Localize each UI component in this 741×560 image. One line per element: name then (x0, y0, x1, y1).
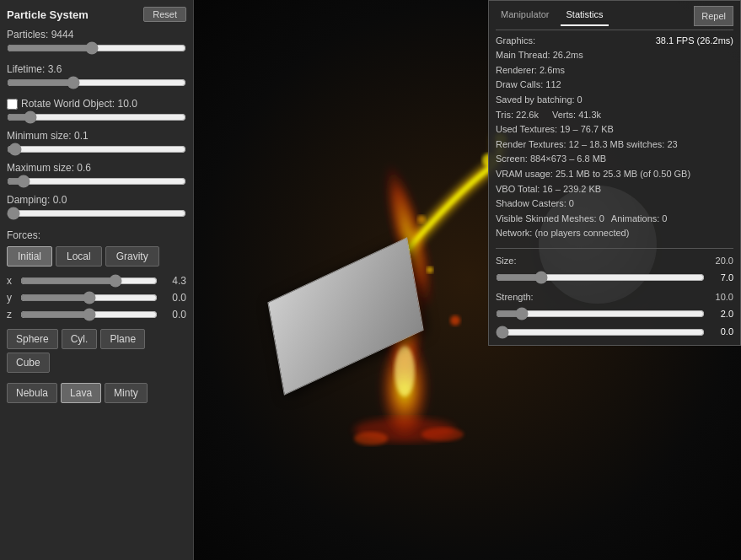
preset-minty-button[interactable]: Minty (105, 383, 148, 403)
stats-panel: Manipulator Statistics Repel Graphics: 3… (488, 0, 741, 346)
min-size-slider[interactable] (7, 143, 186, 155)
repel-button[interactable]: Repel (694, 6, 733, 26)
x-slider[interactable] (20, 275, 158, 287)
panel-header: Particle System Reset (7, 7, 186, 22)
cube-face (267, 237, 423, 396)
stats-tabs: Manipulator Statistics Repel (496, 6, 733, 30)
damping-label: Damping: 0.0 (7, 194, 186, 206)
strength-value: 10.0 (716, 290, 733, 305)
svg-point-6 (427, 267, 433, 273)
animations: Animations: 0 (611, 212, 668, 227)
lifetime-row: Lifetime: 3.6 (7, 63, 186, 91)
y-row: y 0.0 (7, 292, 186, 304)
shape-buttons-group: Sphere Cyl. Plane Cube (7, 329, 186, 373)
svg-point-12 (354, 432, 388, 445)
rotate-world-label: Rotate World Object: 10.0 (21, 98, 137, 110)
shape-sphere-button[interactable]: Sphere (7, 329, 58, 349)
y-label: y (7, 292, 17, 304)
min-size-label: Minimum size: 0.1 (7, 130, 186, 142)
screen: Screen: 884×673 – 6.8 MB (496, 152, 733, 167)
rotate-world-checkbox-row: Rotate World Object: 10.0 (7, 98, 186, 110)
y-value: 0.0 (161, 292, 186, 304)
max-size-slider[interactable] (7, 175, 186, 187)
graphics-label: Graphics: (496, 34, 535, 49)
lifetime-label: Lifetime: 3.6 (7, 63, 186, 75)
svg-point-4 (450, 315, 460, 326)
preset-buttons-group: Nebula Lava Minty (7, 383, 186, 403)
tris: Tris: 22.6k (496, 108, 539, 123)
reset-button[interactable]: Reset (143, 7, 186, 22)
force-initial-button[interactable]: Initial (7, 246, 52, 267)
particles-row: Particles: 9444 (7, 29, 186, 57)
cube-object (260, 252, 431, 381)
rotate-world-slider[interactable] (7, 111, 186, 123)
particles-slider-container (7, 42, 186, 57)
z-right-3: 0.0 (708, 325, 733, 340)
shadow-casters: Shadow Casters: 0 (496, 197, 733, 212)
x-value: 4.3 (161, 275, 186, 287)
left-panel: Particle System Reset Particles: 9444 Li… (0, 0, 194, 560)
max-size-row: Maximum size: 0.6 (7, 162, 186, 187)
z-slider[interactable] (20, 309, 158, 320)
svg-point-3 (395, 346, 415, 396)
main-thread: Main Thread: 26.2ms (496, 48, 733, 63)
z-value: 0.0 (161, 309, 186, 320)
size-label: Size: (496, 254, 516, 269)
force-local-button[interactable]: Local (56, 246, 102, 267)
force-buttons-group: Initial Local Gravity (7, 246, 186, 267)
y-slider[interactable] (20, 292, 158, 304)
shape-plane-button[interactable]: Plane (100, 329, 145, 349)
strength-label: Strength: (496, 290, 534, 305)
z-row: z 0.0 (7, 309, 186, 320)
tab-manipulator[interactable]: Manipulator (496, 6, 554, 26)
particles-label: Particles: 9444 (7, 29, 186, 40)
force-gravity-button[interactable]: Gravity (105, 246, 159, 267)
strength-slider[interactable] (496, 308, 705, 320)
lifetime-slider-container (7, 77, 186, 91)
size-strength-section: Size: 20.0 7.0 Strength: 10.0 2.0 (496, 248, 733, 340)
stats-content: Graphics: 38.1 FPS (26.2ms) Main Thread:… (496, 34, 733, 340)
fps-value: 38.1 FPS (26.2ms) (656, 34, 733, 49)
preset-nebula-button[interactable]: Nebula (7, 383, 57, 403)
size-value: 20.0 (716, 254, 733, 269)
svg-point-13 (422, 428, 464, 441)
rotate-world-row: Rotate World Object: 10.0 (7, 98, 186, 123)
z-right-2: 2.0 (708, 307, 733, 322)
min-size-row: Minimum size: 0.1 (7, 130, 186, 155)
vbo: VBO Total: 16 – 239.2 KB (496, 182, 733, 197)
panel-title: Particle System (7, 8, 89, 21)
forces-label: Forces: (7, 229, 186, 241)
damping-slider[interactable] (7, 207, 186, 219)
x-label: x (7, 275, 17, 287)
draw-calls: Draw Calls: 112 (496, 78, 733, 93)
shape-cyl-button[interactable]: Cyl. (62, 329, 98, 349)
tab-statistics[interactable]: Statistics (561, 6, 608, 26)
lifetime-slider[interactable] (7, 77, 186, 89)
viewport[interactable]: Manipulator Statistics Repel Graphics: 3… (194, 0, 741, 560)
renderer: Renderer: 2.6ms (496, 63, 733, 78)
shape-cube-button[interactable]: Cube (7, 353, 50, 373)
render-textures: Render Textures: 12 – 18.3 MB switches: … (496, 137, 733, 153)
size-slider[interactable] (496, 272, 705, 283)
vram: VRAM usage: 25.1 MB to 25.3 MB (of 0.50 … (496, 167, 733, 182)
network: Network: (no players connected) (496, 226, 733, 241)
svg-point-8 (417, 215, 426, 223)
verts: Verts: 41.3k (552, 108, 601, 123)
saved-by-batching: Saved by batching: 0 (496, 93, 733, 108)
preset-lava-button[interactable]: Lava (61, 383, 101, 403)
svg-point-11 (354, 417, 455, 443)
z-label: z (7, 309, 17, 320)
rotate-world-checkbox[interactable] (7, 99, 18, 110)
used-textures: Used Textures: 19 – 76.7 KB (496, 122, 733, 137)
x-row: x 4.3 (7, 275, 186, 287)
max-size-label: Maximum size: 0.6 (7, 162, 186, 174)
z-right-1: 7.0 (708, 271, 733, 286)
visible-skinned: Visible Skinned Meshes: 0 (496, 212, 604, 227)
particles-slider[interactable] (7, 42, 186, 54)
z-right-slider[interactable] (496, 326, 705, 338)
damping-row: Damping: 0.0 (7, 194, 186, 219)
